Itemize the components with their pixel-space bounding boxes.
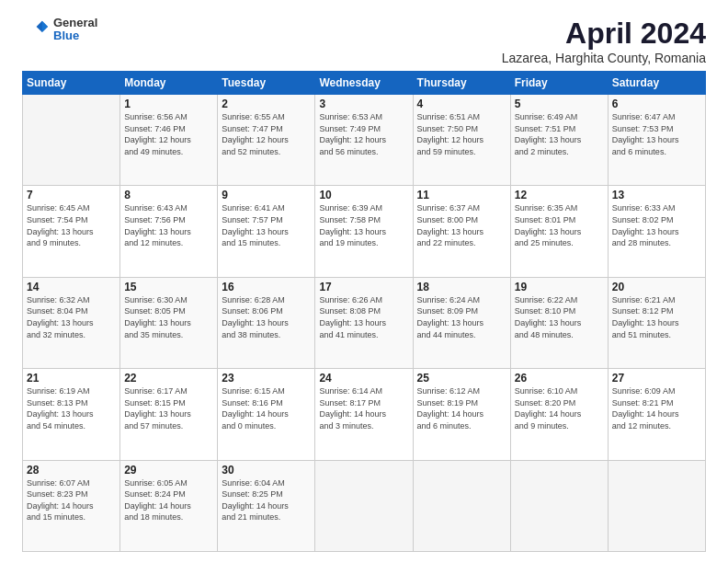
day-info: Sunrise: 6:17 AMSunset: 8:15 PMDaylight:… — [124, 385, 213, 431]
day-number: 27 — [612, 372, 701, 385]
day-number: 15 — [124, 281, 213, 293]
calendar-cell: 19Sunrise: 6:22 AMSunset: 8:10 PMDayligh… — [510, 277, 608, 368]
calendar-cell: 17Sunrise: 6:26 AMSunset: 8:08 PMDayligh… — [315, 277, 413, 368]
column-header-saturday: Saturday — [608, 72, 705, 95]
day-number: 28 — [27, 464, 116, 477]
day-number: 5 — [515, 98, 604, 110]
calendar-cell: 2Sunrise: 6:55 AMSunset: 7:47 PMDaylight… — [218, 95, 315, 186]
calendar-table: SundayMondayTuesdayWednesdayThursdayFrid… — [22, 71, 706, 552]
day-number: 22 — [124, 372, 213, 385]
day-info: Sunrise: 6:43 AMSunset: 7:56 PMDaylight:… — [124, 202, 213, 248]
calendar-week-3: 14Sunrise: 6:32 AMSunset: 8:04 PMDayligh… — [23, 277, 706, 368]
day-info: Sunrise: 6:15 AMSunset: 8:16 PMDaylight:… — [222, 385, 311, 431]
day-info: Sunrise: 6:19 AMSunset: 8:13 PMDaylight:… — [27, 385, 116, 431]
calendar-week-5: 28Sunrise: 6:07 AMSunset: 8:23 PMDayligh… — [23, 460, 706, 551]
day-number: 4 — [417, 98, 506, 110]
calendar-cell: 10Sunrise: 6:39 AMSunset: 7:58 PMDayligh… — [315, 186, 413, 277]
calendar-week-2: 7Sunrise: 6:45 AMSunset: 7:54 PMDaylight… — [23, 186, 706, 277]
day-number: 11 — [417, 189, 506, 201]
day-number: 24 — [319, 372, 408, 385]
day-info: Sunrise: 6:37 AMSunset: 8:00 PMDaylight:… — [417, 202, 506, 248]
calendar-body: 1Sunrise: 6:56 AMSunset: 7:46 PMDaylight… — [23, 95, 706, 552]
day-number: 14 — [27, 281, 116, 293]
day-info: Sunrise: 6:49 AMSunset: 7:51 PMDaylight:… — [515, 111, 604, 157]
calendar-cell: 12Sunrise: 6:35 AMSunset: 8:01 PMDayligh… — [510, 186, 608, 277]
day-info: Sunrise: 6:04 AMSunset: 8:25 PMDaylight:… — [222, 477, 311, 523]
calendar-cell: 9Sunrise: 6:41 AMSunset: 7:57 PMDaylight… — [218, 186, 315, 277]
calendar-cell: 22Sunrise: 6:17 AMSunset: 8:15 PMDayligh… — [120, 369, 218, 460]
calendar-cell: 23Sunrise: 6:15 AMSunset: 8:16 PMDayligh… — [218, 369, 315, 460]
day-number: 10 — [319, 189, 408, 201]
header-row: SundayMondayTuesdayWednesdayThursdayFrid… — [23, 72, 706, 95]
column-header-sunday: Sunday — [23, 72, 120, 95]
day-number: 12 — [515, 189, 604, 201]
page-title: April 2024 — [502, 17, 706, 51]
day-number: 16 — [222, 281, 311, 293]
calendar-cell — [608, 460, 705, 551]
day-info: Sunrise: 6:05 AMSunset: 8:24 PMDaylight:… — [124, 477, 213, 523]
logo-icon — [22, 17, 48, 42]
calendar-cell: 16Sunrise: 6:28 AMSunset: 8:06 PMDayligh… — [218, 277, 315, 368]
page: General Blue April 2024 Lazarea, Harghit… — [0, 0, 728, 563]
day-number: 3 — [319, 98, 408, 110]
calendar-cell — [315, 460, 413, 551]
day-info: Sunrise: 6:24 AMSunset: 8:09 PMDaylight:… — [417, 294, 506, 340]
day-number: 6 — [612, 98, 701, 110]
day-number: 1 — [124, 98, 213, 110]
calendar-cell: 8Sunrise: 6:43 AMSunset: 7:56 PMDaylight… — [120, 186, 218, 277]
calendar-cell: 5Sunrise: 6:49 AMSunset: 7:51 PMDaylight… — [510, 95, 608, 186]
calendar-cell: 13Sunrise: 6:33 AMSunset: 8:02 PMDayligh… — [608, 186, 705, 277]
calendar-cell: 25Sunrise: 6:12 AMSunset: 8:19 PMDayligh… — [413, 369, 510, 460]
calendar-week-1: 1Sunrise: 6:56 AMSunset: 7:46 PMDaylight… — [23, 95, 706, 186]
page-subtitle: Lazarea, Harghita County, Romania — [502, 51, 706, 65]
header: General Blue April 2024 Lazarea, Harghit… — [22, 17, 706, 65]
logo-general: General — [53, 17, 97, 29]
day-number: 17 — [319, 281, 408, 293]
day-info: Sunrise: 6:26 AMSunset: 8:08 PMDaylight:… — [319, 294, 408, 340]
logo: General Blue — [22, 17, 97, 43]
day-info: Sunrise: 6:12 AMSunset: 8:19 PMDaylight:… — [417, 385, 506, 431]
day-info: Sunrise: 6:10 AMSunset: 8:20 PMDaylight:… — [515, 385, 604, 431]
day-number: 2 — [222, 98, 311, 110]
logo-text: General Blue — [53, 17, 97, 43]
calendar-cell: 24Sunrise: 6:14 AMSunset: 8:17 PMDayligh… — [315, 369, 413, 460]
column-header-monday: Monday — [120, 72, 218, 95]
calendar-cell: 3Sunrise: 6:53 AMSunset: 7:49 PMDaylight… — [315, 95, 413, 186]
calendar-cell: 27Sunrise: 6:09 AMSunset: 8:21 PMDayligh… — [608, 369, 705, 460]
day-info: Sunrise: 6:22 AMSunset: 8:10 PMDaylight:… — [515, 294, 604, 340]
day-info: Sunrise: 6:47 AMSunset: 7:53 PMDaylight:… — [612, 111, 701, 157]
day-info: Sunrise: 6:51 AMSunset: 7:50 PMDaylight:… — [417, 111, 506, 157]
day-info: Sunrise: 6:14 AMSunset: 8:17 PMDaylight:… — [319, 385, 408, 431]
day-number: 26 — [515, 372, 604, 385]
day-number: 21 — [27, 372, 116, 385]
day-number: 25 — [417, 372, 506, 385]
day-info: Sunrise: 6:09 AMSunset: 8:21 PMDaylight:… — [612, 385, 701, 431]
day-info: Sunrise: 6:28 AMSunset: 8:06 PMDaylight:… — [222, 294, 311, 340]
day-number: 29 — [124, 464, 213, 477]
day-info: Sunrise: 6:35 AMSunset: 8:01 PMDaylight:… — [515, 202, 604, 248]
column-header-thursday: Thursday — [413, 72, 510, 95]
day-info: Sunrise: 6:53 AMSunset: 7:49 PMDaylight:… — [319, 111, 408, 157]
calendar-week-4: 21Sunrise: 6:19 AMSunset: 8:13 PMDayligh… — [23, 369, 706, 460]
calendar-cell: 21Sunrise: 6:19 AMSunset: 8:13 PMDayligh… — [23, 369, 120, 460]
day-info: Sunrise: 6:45 AMSunset: 7:54 PMDaylight:… — [27, 202, 116, 248]
calendar-cell — [413, 460, 510, 551]
day-info: Sunrise: 6:30 AMSunset: 8:05 PMDaylight:… — [124, 294, 213, 340]
day-number: 20 — [612, 281, 701, 293]
day-number: 23 — [222, 372, 311, 385]
day-info: Sunrise: 6:07 AMSunset: 8:23 PMDaylight:… — [27, 477, 116, 523]
column-header-wednesday: Wednesday — [315, 72, 413, 95]
day-number: 18 — [417, 281, 506, 293]
calendar-cell: 6Sunrise: 6:47 AMSunset: 7:53 PMDaylight… — [608, 95, 705, 186]
calendar-cell: 18Sunrise: 6:24 AMSunset: 8:09 PMDayligh… — [413, 277, 510, 368]
day-info: Sunrise: 6:41 AMSunset: 7:57 PMDaylight:… — [222, 202, 311, 248]
calendar-cell: 4Sunrise: 6:51 AMSunset: 7:50 PMDaylight… — [413, 95, 510, 186]
day-info: Sunrise: 6:39 AMSunset: 7:58 PMDaylight:… — [319, 202, 408, 248]
day-number: 19 — [515, 281, 604, 293]
calendar-header: SundayMondayTuesdayWednesdayThursdayFrid… — [23, 72, 706, 95]
day-number: 13 — [612, 189, 701, 201]
day-number: 30 — [222, 464, 311, 477]
svg-marker-1 — [42, 21, 48, 32]
calendar-cell: 29Sunrise: 6:05 AMSunset: 8:24 PMDayligh… — [120, 460, 218, 551]
day-number: 8 — [124, 189, 213, 201]
